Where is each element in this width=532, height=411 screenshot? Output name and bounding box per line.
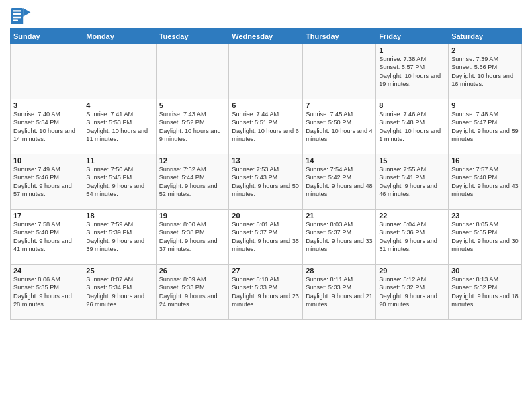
svg-rect-4 (13, 17, 21, 18)
day-cell: 27Sunrise: 8:10 AM Sunset: 5:33 PM Dayli… (229, 265, 303, 320)
day-info: Sunrise: 7:53 AM Sunset: 5:43 PM Dayligh… (232, 165, 300, 199)
day-number: 5 (159, 101, 226, 109)
day-cell: 6Sunrise: 7:44 AM Sunset: 5:51 PM Daylig… (229, 99, 303, 154)
day-info: Sunrise: 8:06 AM Sunset: 5:35 PM Dayligh… (13, 275, 80, 309)
day-cell: 18Sunrise: 7:59 AM Sunset: 5:39 PM Dayli… (83, 210, 156, 265)
day-info: Sunrise: 7:58 AM Sunset: 5:40 PM Dayligh… (13, 220, 80, 254)
day-cell: 11Sunrise: 7:50 AM Sunset: 5:45 PM Dayli… (83, 154, 156, 210)
day-info: Sunrise: 7:46 AM Sunset: 5:48 PM Dayligh… (379, 110, 445, 144)
day-number: 15 (379, 156, 445, 165)
day-info: Sunrise: 7:41 AM Sunset: 5:53 PM Dayligh… (86, 110, 152, 144)
day-number: 6 (232, 101, 300, 109)
day-cell: 20Sunrise: 8:01 AM Sunset: 5:37 PM Dayli… (229, 210, 303, 265)
day-info: Sunrise: 8:12 AM Sunset: 5:32 PM Dayligh… (379, 275, 445, 309)
day-number: 17 (13, 212, 80, 220)
weekday-header-sunday: Sunday (11, 29, 83, 44)
day-info: Sunrise: 8:00 AM Sunset: 5:38 PM Dayligh… (159, 220, 226, 254)
svg-rect-5 (13, 20, 18, 21)
day-info: Sunrise: 8:07 AM Sunset: 5:34 PM Dayligh… (86, 275, 152, 309)
day-number: 1 (379, 46, 445, 54)
day-cell: 19Sunrise: 8:00 AM Sunset: 5:38 PM Dayli… (156, 210, 229, 265)
day-cell (229, 44, 303, 99)
week-row-1: 3Sunrise: 7:40 AM Sunset: 5:54 PM Daylig… (11, 99, 522, 154)
day-cell: 30Sunrise: 8:13 AM Sunset: 5:32 PM Dayli… (449, 265, 522, 320)
day-number: 8 (379, 101, 445, 109)
day-info: Sunrise: 8:04 AM Sunset: 5:36 PM Dayligh… (379, 220, 445, 254)
weekday-header-saturday: Saturday (449, 29, 522, 44)
day-cell (11, 44, 83, 99)
day-info: Sunrise: 8:03 AM Sunset: 5:37 PM Dayligh… (306, 220, 373, 254)
day-number: 29 (379, 267, 445, 275)
day-cell: 17Sunrise: 7:58 AM Sunset: 5:40 PM Dayli… (11, 210, 83, 265)
day-cell: 8Sunrise: 7:46 AM Sunset: 5:48 PM Daylig… (376, 99, 449, 154)
day-info: Sunrise: 8:01 AM Sunset: 5:37 PM Dayligh… (232, 220, 300, 254)
week-row-3: 17Sunrise: 7:58 AM Sunset: 5:40 PM Dayli… (11, 210, 522, 265)
day-number: 26 (159, 267, 226, 275)
day-info: Sunrise: 7:52 AM Sunset: 5:44 PM Dayligh… (159, 165, 226, 199)
week-row-2: 10Sunrise: 7:49 AM Sunset: 5:46 PM Dayli… (11, 154, 522, 210)
day-number: 25 (86, 267, 152, 275)
day-number: 22 (379, 212, 445, 220)
day-cell: 16Sunrise: 7:57 AM Sunset: 5:40 PM Dayli… (449, 154, 522, 210)
day-cell (303, 44, 376, 99)
day-number: 21 (306, 212, 373, 220)
day-info: Sunrise: 7:39 AM Sunset: 5:56 PM Dayligh… (451, 55, 519, 89)
day-cell: 24Sunrise: 8:06 AM Sunset: 5:35 PM Dayli… (11, 265, 83, 320)
day-cell: 25Sunrise: 8:07 AM Sunset: 5:34 PM Dayli… (83, 265, 156, 320)
day-cell: 15Sunrise: 7:55 AM Sunset: 5:41 PM Dayli… (376, 154, 449, 210)
day-info: Sunrise: 7:48 AM Sunset: 5:47 PM Dayligh… (451, 110, 519, 144)
day-cell: 1Sunrise: 7:38 AM Sunset: 5:57 PM Daylig… (376, 44, 449, 99)
day-number: 11 (86, 156, 152, 165)
day-number: 24 (13, 267, 80, 275)
weekday-header-wednesday: Wednesday (229, 29, 303, 44)
day-number: 9 (451, 101, 519, 109)
day-cell: 2Sunrise: 7:39 AM Sunset: 5:56 PM Daylig… (449, 44, 522, 99)
day-number: 30 (451, 267, 519, 275)
svg-rect-3 (13, 13, 21, 15)
day-cell (83, 44, 156, 99)
weekday-header-thursday: Thursday (303, 29, 376, 44)
day-number: 13 (232, 156, 300, 165)
header (10, 7, 522, 26)
day-number: 23 (451, 212, 519, 220)
day-number: 2 (451, 46, 519, 54)
day-number: 16 (451, 156, 519, 165)
day-number: 18 (86, 212, 152, 220)
day-info: Sunrise: 7:55 AM Sunset: 5:41 PM Dayligh… (379, 165, 445, 199)
day-info: Sunrise: 7:59 AM Sunset: 5:39 PM Dayligh… (86, 220, 152, 254)
day-info: Sunrise: 7:43 AM Sunset: 5:52 PM Dayligh… (159, 110, 226, 144)
day-info: Sunrise: 7:57 AM Sunset: 5:40 PM Dayligh… (451, 165, 519, 199)
calendar-table: SundayMondayTuesdayWednesdayThursdayFrid… (10, 28, 522, 320)
day-number: 28 (306, 267, 373, 275)
day-number: 10 (13, 156, 80, 165)
logo (10, 7, 34, 26)
day-cell: 12Sunrise: 7:52 AM Sunset: 5:44 PM Dayli… (156, 154, 229, 210)
day-info: Sunrise: 7:38 AM Sunset: 5:57 PM Dayligh… (379, 55, 445, 89)
day-info: Sunrise: 8:13 AM Sunset: 5:32 PM Dayligh… (451, 275, 519, 309)
day-number: 12 (159, 156, 226, 165)
day-number: 19 (159, 212, 226, 220)
day-number: 3 (13, 101, 80, 109)
day-cell: 23Sunrise: 8:05 AM Sunset: 5:35 PM Dayli… (449, 210, 522, 265)
day-cell: 4Sunrise: 7:41 AM Sunset: 5:53 PM Daylig… (83, 99, 156, 154)
day-cell: 5Sunrise: 7:43 AM Sunset: 5:52 PM Daylig… (156, 99, 229, 154)
day-info: Sunrise: 8:10 AM Sunset: 5:33 PM Dayligh… (232, 275, 300, 309)
day-number: 7 (306, 101, 373, 109)
day-info: Sunrise: 7:44 AM Sunset: 5:51 PM Dayligh… (232, 110, 300, 144)
week-row-0: 1Sunrise: 7:38 AM Sunset: 5:57 PM Daylig… (11, 44, 522, 99)
day-info: Sunrise: 7:54 AM Sunset: 5:42 PM Dayligh… (306, 165, 373, 199)
day-cell: 13Sunrise: 7:53 AM Sunset: 5:43 PM Dayli… (229, 154, 303, 210)
day-cell: 3Sunrise: 7:40 AM Sunset: 5:54 PM Daylig… (11, 99, 83, 154)
day-info: Sunrise: 8:05 AM Sunset: 5:35 PM Dayligh… (451, 220, 519, 254)
weekday-header-monday: Monday (83, 29, 156, 44)
day-info: Sunrise: 8:09 AM Sunset: 5:33 PM Dayligh… (159, 275, 226, 309)
svg-rect-2 (13, 10, 21, 11)
day-info: Sunrise: 8:11 AM Sunset: 5:33 PM Dayligh… (306, 275, 373, 309)
day-cell: 22Sunrise: 8:04 AM Sunset: 5:36 PM Dayli… (376, 210, 449, 265)
day-info: Sunrise: 7:45 AM Sunset: 5:50 PM Dayligh… (306, 110, 373, 144)
day-info: Sunrise: 7:40 AM Sunset: 5:54 PM Dayligh… (13, 110, 80, 144)
logo-icon (10, 7, 32, 26)
day-cell: 21Sunrise: 8:03 AM Sunset: 5:37 PM Dayli… (303, 210, 376, 265)
day-cell: 9Sunrise: 7:48 AM Sunset: 5:47 PM Daylig… (449, 99, 522, 154)
day-cell: 10Sunrise: 7:49 AM Sunset: 5:46 PM Dayli… (11, 154, 83, 210)
